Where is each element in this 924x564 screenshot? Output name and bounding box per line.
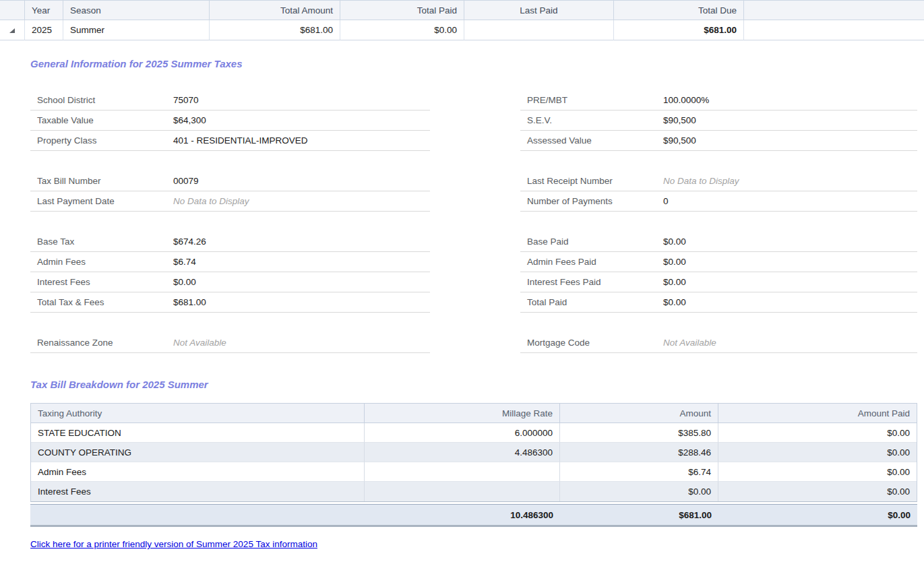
info-row-total-tax-fees: Total Tax & Fees $681.00 bbox=[30, 292, 430, 313]
info-row-school-district: School District 75070 bbox=[30, 90, 430, 111]
breakdown-total-paid: $0.00 bbox=[718, 505, 917, 525]
info-label: Total Paid bbox=[520, 297, 663, 307]
info-value: $0.00 bbox=[663, 277, 686, 287]
info-row-property-class: Property Class 401 - RESIDENTIAL-IMPROVE… bbox=[30, 131, 430, 151]
breakdown-grid: Taxing Authority Millage Rate Amount Amo… bbox=[30, 403, 917, 502]
general-info-right-column: PRE/MBT 100.0000% S.E.V. $90,500 Assesse… bbox=[520, 90, 917, 353]
info-label: Interest Fees bbox=[30, 277, 173, 287]
expander-column-header bbox=[0, 1, 25, 20]
info-label: Taxable Value bbox=[30, 115, 173, 125]
general-info-columns: School District 75070 Taxable Value $64,… bbox=[30, 90, 924, 353]
info-row-tax-bill-number: Tax Bill Number 00079 bbox=[30, 171, 430, 191]
info-value: $64,300 bbox=[173, 115, 206, 125]
breakdown-cell-millage: 6.000000 bbox=[365, 423, 560, 443]
info-value: $681.00 bbox=[173, 297, 206, 307]
cell-total-amount: $681.00 bbox=[210, 20, 340, 40]
info-label: Admin Fees Paid bbox=[520, 257, 663, 267]
row-expander-button[interactable] bbox=[0, 20, 25, 40]
info-value: $6.74 bbox=[173, 257, 196, 267]
general-info-left-column: School District 75070 Taxable Value $64,… bbox=[30, 90, 430, 353]
breakdown-cell-authority: Interest Fees bbox=[31, 482, 365, 501]
info-value: $0.00 bbox=[663, 257, 686, 267]
info-group-tax-amounts: Base Tax $674.26 Admin Fees $6.74 Intere… bbox=[30, 232, 430, 313]
info-row-last-payment-date: Last Payment Date No Data to Display bbox=[30, 191, 430, 212]
info-row-interest-fees-paid: Interest Fees Paid $0.00 bbox=[520, 272, 917, 292]
breakdown-cell-millage: 4.486300 bbox=[365, 443, 560, 462]
col-header-total-paid[interactable]: Total Paid bbox=[340, 1, 464, 20]
info-row-assessed-value: Assessed Value $90,500 bbox=[520, 131, 917, 151]
tax-bill-breakdown-table: Taxing Authority Millage Rate Amount Amo… bbox=[30, 403, 917, 527]
info-row-renaissance-zone: Renaissance Zone Not Available bbox=[30, 333, 430, 353]
info-value: Not Available bbox=[173, 338, 226, 348]
info-group-assessment: PRE/MBT 100.0000% S.E.V. $90,500 Assesse… bbox=[520, 90, 917, 151]
info-label: Mortgage Code bbox=[520, 338, 663, 348]
info-value: $674.26 bbox=[173, 237, 206, 247]
info-value: $90,500 bbox=[663, 115, 696, 125]
col-header-total-due[interactable]: Total Due bbox=[614, 1, 744, 20]
breakdown-cell-paid: $0.00 bbox=[718, 462, 917, 482]
info-row-pre-mbt: PRE/MBT 100.0000% bbox=[520, 90, 917, 111]
info-value: 75070 bbox=[173, 95, 199, 105]
info-label: Interest Fees Paid bbox=[520, 277, 663, 287]
info-label: School District bbox=[30, 95, 173, 105]
breakdown-cell-authority: STATE EDUCATION bbox=[31, 423, 365, 443]
breakdown-total-row: 10.486300 $681.00 $0.00 bbox=[30, 504, 917, 527]
cell-filler bbox=[744, 20, 924, 40]
cell-year: 2025 bbox=[25, 20, 63, 40]
breakdown-header-amount-paid: Amount Paid bbox=[718, 404, 917, 423]
info-label: Tax Bill Number bbox=[30, 176, 173, 186]
cell-season: Summer bbox=[63, 20, 210, 40]
info-row-interest-fees: Interest Fees $0.00 bbox=[30, 272, 430, 292]
general-info-heading: General Information for 2025 Summer Taxe… bbox=[30, 58, 924, 70]
info-label: Property Class bbox=[30, 135, 173, 146]
breakdown-header-authority: Taxing Authority bbox=[31, 404, 365, 423]
info-label: Admin Fees bbox=[30, 257, 173, 267]
tax-information-page: Year Season Total Amount Total Paid Last… bbox=[0, 0, 924, 564]
col-header-last-paid[interactable]: Last Paid bbox=[464, 1, 614, 20]
info-value: 00079 bbox=[173, 176, 199, 186]
breakdown-cell-amount: $385.80 bbox=[560, 423, 718, 443]
col-header-year[interactable]: Year bbox=[25, 1, 63, 20]
breakdown-cell-paid: $0.00 bbox=[718, 443, 917, 462]
cell-total-due: $681.00 bbox=[614, 20, 744, 40]
info-row-taxable-value: Taxable Value $64,300 bbox=[30, 111, 430, 131]
info-row-total-paid: Total Paid $0.00 bbox=[520, 292, 917, 313]
info-label: Base Tax bbox=[30, 237, 173, 247]
info-label: Last Payment Date bbox=[30, 196, 173, 206]
breakdown-header-millage: Millage Rate bbox=[365, 404, 560, 423]
info-label: S.E.V. bbox=[520, 115, 663, 125]
info-label: Last Receipt Number bbox=[520, 176, 663, 186]
breakdown-cell-amount: $288.46 bbox=[560, 443, 718, 462]
info-value: 401 - RESIDENTIAL-IMPROVED bbox=[173, 135, 308, 146]
col-header-filler bbox=[744, 1, 924, 20]
breakdown-cell-millage bbox=[365, 482, 560, 501]
info-group-receipts: Last Receipt Number No Data to Display N… bbox=[520, 171, 917, 212]
col-header-season[interactable]: Season bbox=[63, 1, 210, 20]
info-value: $0.00 bbox=[663, 237, 686, 247]
info-row-sev: S.E.V. $90,500 bbox=[520, 111, 917, 131]
info-group-paid-amounts: Base Paid $0.00 Admin Fees Paid $0.00 In… bbox=[520, 232, 917, 313]
info-row-base-tax: Base Tax $674.26 bbox=[30, 232, 430, 252]
info-row-mortgage-code: Mortgage Code Not Available bbox=[520, 333, 917, 353]
breakdown-cell-millage bbox=[365, 462, 560, 482]
info-value: $0.00 bbox=[173, 277, 196, 287]
printer-friendly-link[interactable]: Click here for a printer friendly versio… bbox=[30, 539, 317, 549]
breakdown-cell-authority: COUNTY OPERATING bbox=[31, 443, 365, 462]
breakdown-total-millage: 10.486300 bbox=[365, 505, 560, 525]
info-value: 0 bbox=[663, 196, 669, 206]
breakdown-header-amount: Amount bbox=[560, 404, 718, 423]
info-row-number-of-payments: Number of Payments 0 bbox=[520, 191, 917, 212]
info-label: Renaissance Zone bbox=[30, 338, 173, 348]
info-label: Assessed Value bbox=[520, 135, 663, 146]
info-label: Total Tax & Fees bbox=[30, 297, 173, 307]
breakdown-cell-paid: $0.00 bbox=[718, 423, 917, 443]
info-group-values: School District 75070 Taxable Value $64,… bbox=[30, 90, 430, 151]
info-value: $90,500 bbox=[663, 135, 696, 146]
col-header-total-amount[interactable]: Total Amount bbox=[210, 1, 340, 20]
info-label: Base Paid bbox=[520, 237, 663, 247]
info-value: No Data to Display bbox=[663, 176, 739, 186]
info-label: PRE/MBT bbox=[520, 95, 663, 105]
info-value: Not Available bbox=[663, 338, 716, 348]
breakdown-total-amount: $681.00 bbox=[560, 505, 718, 525]
info-group-billing: Tax Bill Number 00079 Last Payment Date … bbox=[30, 171, 430, 212]
